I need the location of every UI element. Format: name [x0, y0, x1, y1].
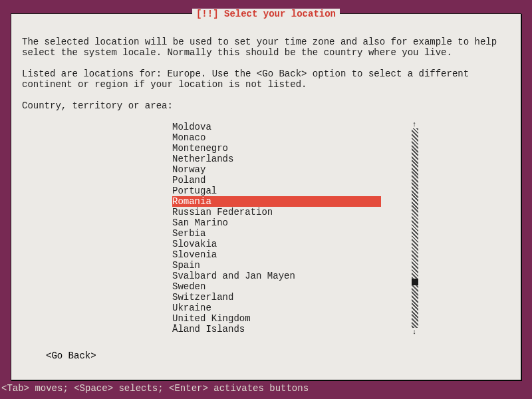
list-item[interactable]: Slovenia [172, 249, 381, 260]
list-item[interactable]: Russian Federation [172, 207, 381, 217]
list-item[interactable]: San Marino [172, 217, 381, 228]
status-bar: <Tab> moves; <Space> selects; <Enter> ac… [0, 383, 309, 394]
list-item[interactable]: Romania [172, 196, 381, 207]
dialog-content: The selected location will be used to se… [11, 14, 521, 334]
list-item[interactable]: Spain [172, 260, 381, 271]
list-item[interactable]: Montenegro [172, 143, 381, 154]
scrollbar-track[interactable] [412, 122, 418, 334]
list-item[interactable]: Slovakia [172, 239, 381, 249]
scrollbar-thumb[interactable] [412, 279, 418, 285]
description-para-1: The selected location will be used to se… [22, 37, 510, 58]
list-item[interactable]: United Kingdom [172, 313, 381, 324]
list-item[interactable]: Switzerland [172, 292, 381, 303]
list-item[interactable]: Portugal [172, 186, 381, 196]
list-item[interactable]: Sweden [172, 281, 381, 292]
list-item[interactable]: Ukraine [172, 303, 381, 313]
installer-dialog: [!!] Select your location The selected l… [11, 13, 521, 380]
country-list[interactable]: MoldovaMonacoMontenegroNetherlandsNorway… [172, 122, 381, 334]
scroll-down-icon[interactable]: ↓ [410, 328, 418, 336]
scroll-up-icon[interactable]: ↑ [410, 120, 418, 128]
description-para-2: Listed are locations for: Europe. Use th… [22, 68, 510, 90]
country-list-zone: MoldovaMonacoMontenegroNetherlandsNorway… [172, 122, 418, 334]
list-item[interactable]: Netherlands [172, 154, 381, 164]
go-back-button[interactable]: <Go Back> [46, 350, 96, 361]
list-item[interactable]: Åland Islands [172, 324, 381, 334]
list-item[interactable]: Norway [172, 164, 381, 175]
selection-prompt: Country, territory or area: [22, 100, 510, 111]
list-item[interactable]: Poland [172, 175, 381, 186]
list-item[interactable]: Serbia [172, 228, 381, 239]
list-item[interactable]: Monaco [172, 132, 381, 143]
list-item[interactable]: Svalbard and Jan Mayen [172, 271, 381, 281]
list-item[interactable]: Moldova [172, 122, 381, 132]
